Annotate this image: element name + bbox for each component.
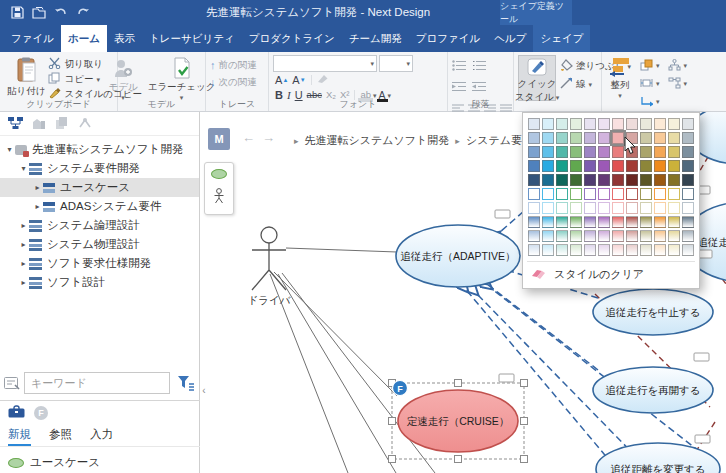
- style-swatch[interactable]: [654, 230, 666, 242]
- style-swatch[interactable]: [584, 146, 596, 158]
- selection-handle[interactable]: [521, 456, 528, 463]
- tree-item-システム論理設計[interactable]: ▸システム論理設計: [0, 216, 199, 235]
- expand-arrow-icon[interactable]: ▸: [32, 183, 43, 192]
- style-swatch[interactable]: [528, 188, 540, 200]
- collapse-arrow-icon[interactable]: ▾: [4, 145, 15, 154]
- style-swatch[interactable]: [668, 244, 680, 256]
- style-swatch[interactable]: [612, 132, 624, 144]
- style-swatch[interactable]: [682, 174, 694, 186]
- font-name-combo[interactable]: ▾: [273, 55, 377, 72]
- usecase-adaptive[interactable]: 追従走行（ADAPTIVE）: [396, 225, 520, 287]
- style-swatch[interactable]: [682, 132, 694, 144]
- open-icon[interactable]: [32, 6, 46, 20]
- tree-item-ADASシステム要件[interactable]: ▸ADASシステム要件: [0, 197, 199, 216]
- layout-tree-button[interactable]: ▾: [668, 58, 688, 72]
- selection-handle[interactable]: [389, 456, 396, 463]
- style-swatch[interactable]: [598, 216, 610, 228]
- style-swatch[interactable]: [640, 202, 652, 214]
- style-swatch[interactable]: [570, 202, 582, 214]
- style-swatch[interactable]: [542, 202, 554, 214]
- style-swatch[interactable]: [598, 244, 610, 256]
- selection-handle[interactable]: [521, 418, 528, 425]
- tab-表示[interactable]: 表示: [107, 25, 142, 52]
- style-swatch[interactable]: [542, 230, 554, 242]
- toolbox-tab-入力[interactable]: 入力: [90, 425, 113, 446]
- style-swatch[interactable]: [640, 132, 652, 144]
- prev-relation-button[interactable]: ↑前の関連: [210, 58, 265, 72]
- style-swatch[interactable]: [556, 188, 568, 200]
- style-swatch[interactable]: [612, 230, 624, 242]
- style-swatch[interactable]: [556, 146, 568, 158]
- style-swatch[interactable]: [612, 202, 624, 214]
- toolbox-tab-新規[interactable]: 新規: [8, 425, 31, 446]
- clear-style-button[interactable]: スタイルのクリア: [527, 261, 695, 285]
- keyword-search-input[interactable]: [24, 372, 170, 394]
- style-swatch[interactable]: [654, 174, 666, 186]
- association-line[interactable]: [274, 272, 397, 396]
- style-swatch[interactable]: [668, 118, 680, 130]
- style-swatch[interactable]: [612, 146, 624, 158]
- style-swatch[interactable]: [612, 244, 624, 256]
- style-swatch[interactable]: [528, 146, 540, 158]
- next-relation-button[interactable]: ↓次の関連: [210, 75, 265, 89]
- style-swatch[interactable]: [556, 132, 568, 144]
- style-swatch[interactable]: [584, 160, 596, 172]
- selection-handle[interactable]: [389, 418, 396, 425]
- style-swatch[interactable]: [542, 132, 554, 144]
- style-swatch[interactable]: [626, 216, 638, 228]
- tab-チーム開発[interactable]: チーム開発: [342, 25, 409, 52]
- field-marker-icon[interactable]: F: [34, 406, 48, 420]
- style-swatch[interactable]: [528, 132, 540, 144]
- style-swatch[interactable]: [640, 188, 652, 200]
- style-swatch[interactable]: [598, 118, 610, 130]
- style-swatch[interactable]: [626, 118, 638, 130]
- style-swatch[interactable]: [682, 230, 694, 242]
- relation-icon[interactable]: [78, 115, 92, 133]
- style-swatch[interactable]: [668, 160, 680, 172]
- tree-item-システム要件開発[interactable]: ▾システム要件開発: [0, 159, 199, 178]
- style-swatch[interactable]: [626, 230, 638, 242]
- style-swatch[interactable]: [570, 216, 582, 228]
- style-swatch[interactable]: [570, 244, 582, 256]
- style-swatch[interactable]: [584, 216, 596, 228]
- style-swatch[interactable]: [556, 160, 568, 172]
- style-swatch[interactable]: [612, 216, 624, 228]
- tab-プロファイル[interactable]: プロファイル: [409, 25, 487, 52]
- style-swatch[interactable]: [654, 202, 666, 214]
- clear-format-icon[interactable]: [315, 73, 331, 87]
- style-swatch[interactable]: [668, 202, 680, 214]
- connector-button[interactable]: ▾: [640, 94, 660, 108]
- grow-font-button[interactable]: A▲: [273, 73, 290, 87]
- toolbox-item-ユースケース[interactable]: ユースケース: [8, 453, 200, 472]
- tab-プロダクトライン[interactable]: プロダクトライン: [242, 25, 342, 52]
- outdent-icon[interactable]: [452, 78, 466, 96]
- style-swatch[interactable]: [654, 244, 666, 256]
- style-swatch[interactable]: [682, 188, 694, 200]
- tab-ファイル[interactable]: ファイル: [4, 25, 61, 52]
- style-swatch[interactable]: [682, 202, 694, 214]
- style-swatch[interactable]: [542, 244, 554, 256]
- selection-handle[interactable]: [521, 380, 528, 387]
- toolbox-icon[interactable]: [8, 404, 25, 422]
- model-button[interactable]: モデル▾: [106, 55, 141, 101]
- style-swatch[interactable]: [654, 118, 666, 130]
- style-swatch[interactable]: [654, 216, 666, 228]
- association-line[interactable]: [278, 274, 396, 473]
- style-swatch[interactable]: [542, 160, 554, 172]
- style-swatch[interactable]: [528, 216, 540, 228]
- style-swatch[interactable]: [598, 202, 610, 214]
- font-size-combo[interactable]: ▾: [379, 55, 413, 72]
- style-swatch[interactable]: [626, 202, 638, 214]
- style-swatch[interactable]: [528, 118, 540, 130]
- style-swatch[interactable]: [598, 160, 610, 172]
- tab-シェイプ[interactable]: シェイプ: [533, 25, 590, 52]
- style-swatch[interactable]: [542, 216, 554, 228]
- style-swatch[interactable]: [542, 146, 554, 158]
- tab-ホーム[interactable]: ホーム: [61, 25, 107, 52]
- tree-item-システム物理設計[interactable]: ▸システム物理設計: [0, 235, 199, 254]
- style-swatch[interactable]: [542, 118, 554, 130]
- tree-item-ソフト要求仕様開発[interactable]: ▸ソフト要求仕様開発: [0, 254, 199, 273]
- style-swatch[interactable]: [570, 118, 582, 130]
- bullet-list-icon[interactable]: [452, 57, 466, 75]
- quick-style-button[interactable]: クイック スタイル▾: [518, 55, 556, 101]
